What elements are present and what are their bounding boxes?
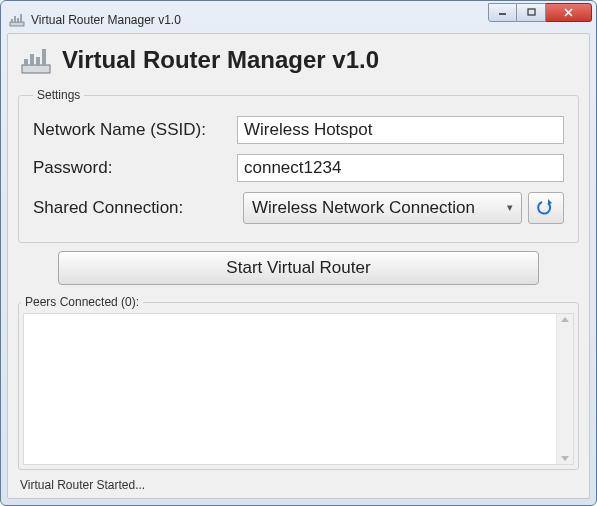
svg-rect-10 (24, 59, 28, 66)
start-virtual-router-button[interactable]: Start Virtual Router (58, 251, 539, 285)
svg-rect-12 (36, 57, 40, 66)
peers-legend: Peers Connected (0): (21, 295, 143, 309)
password-input[interactable] (237, 154, 564, 182)
shared-connection-select[interactable]: Wireless Network Connection (243, 192, 522, 224)
svg-rect-3 (17, 18, 19, 23)
password-row: Password: (33, 154, 564, 182)
svg-rect-9 (22, 65, 50, 73)
refresh-icon (536, 199, 556, 217)
app-title: Virtual Router Manager v1.0 (62, 46, 379, 74)
svg-rect-6 (528, 9, 535, 15)
scroll-down-icon[interactable] (561, 456, 569, 461)
scroll-up-icon[interactable] (561, 317, 569, 322)
status-bar: Virtual Router Started... (18, 474, 579, 494)
svg-rect-11 (30, 54, 34, 66)
peers-list[interactable] (23, 313, 574, 465)
router-icon (9, 12, 25, 28)
shared-connection-row: Shared Connection: Wireless Network Conn… (33, 192, 564, 224)
shared-connection-value: Wireless Network Connection (252, 198, 475, 218)
titlebar[interactable]: Virtual Router Manager v1.0 (7, 7, 590, 33)
settings-legend: Settings (33, 88, 84, 102)
scrollbar[interactable] (556, 314, 573, 464)
svg-rect-13 (42, 49, 46, 66)
ssid-row: Network Name (SSID): (33, 116, 564, 144)
ssid-input[interactable] (237, 116, 564, 144)
svg-rect-4 (20, 14, 22, 23)
refresh-button[interactable] (528, 192, 564, 224)
shared-connection-label: Shared Connection: (33, 198, 237, 218)
close-button[interactable] (546, 3, 592, 22)
app-window: Virtual Router Manager v1.0 (0, 0, 597, 506)
minimize-button[interactable] (488, 3, 517, 22)
client-area: Virtual Router Manager v1.0 Settings Net… (7, 33, 590, 499)
router-icon (20, 44, 52, 76)
svg-rect-2 (14, 16, 16, 23)
settings-group: Settings Network Name (SSID): Password: … (18, 88, 579, 243)
peers-group: Peers Connected (0): (18, 295, 579, 470)
ssid-label: Network Name (SSID): (33, 120, 237, 140)
password-label: Password: (33, 158, 237, 178)
status-text: Virtual Router Started... (20, 478, 145, 492)
maximize-button[interactable] (517, 3, 546, 22)
window-controls (488, 3, 592, 22)
svg-rect-1 (11, 19, 13, 23)
app-header: Virtual Router Manager v1.0 (18, 40, 579, 84)
